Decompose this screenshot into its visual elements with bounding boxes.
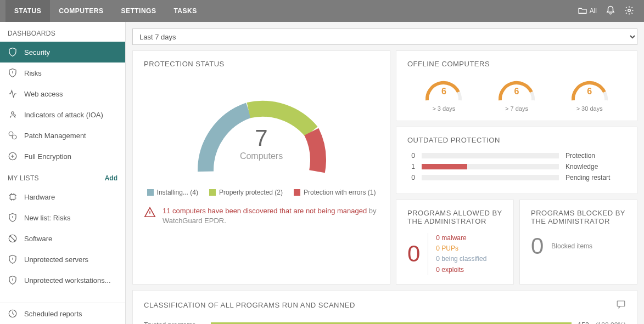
legend-errors[interactable]: Protection with errors (1) [294,189,376,196]
shield-alert-icon [8,254,18,264]
bar-knowledge[interactable]: 1Knowledge [407,163,626,170]
sidebar-item-label: Indicators of attack (IOA) [24,111,103,119]
chip-icon [8,192,18,202]
panel-title: PROGRAMS BLOCKED BY THE ADMINISTRATOR [531,209,626,225]
list-item-newlist-risks[interactable]: New list: Risks [0,207,125,228]
mylists-title: MY LISTS [8,174,39,182]
filter-all-button[interactable]: All [573,0,601,22]
svg-rect-6 [10,195,15,200]
gauge-label: > 3 days [422,105,466,112]
classification-panel: CLASSIFICATION OF ALL PROGRAMS RUN AND S… [132,290,637,324]
panel-title: OUTDATED PROTECTION [407,136,626,144]
programs-blocked-panel: PROGRAMS BLOCKED BY THE ADMINISTRATOR 0 … [519,200,637,285]
bell-icon [606,5,615,17]
sidebar-item-label: Security [24,48,50,56]
sidebar-item-label: Web access [24,90,63,98]
sidebar-item-patch[interactable]: Patch Management [0,125,125,146]
svg-point-2 [14,115,15,116]
sidebar-item-label: Scheduled reports [24,310,82,318]
mylists-header: MY LISTS Add [0,167,125,186]
svg-point-3 [9,132,13,136]
tab-computers[interactable]: COMPUTERS [50,0,112,22]
computers-label: Computers [144,151,379,161]
panel-title: PROGRAMS ALLOWED BY THE ADMINISTRATOR [407,209,502,225]
swatch-icon [147,189,154,196]
sidebar-item-security[interactable]: Security [0,42,125,62]
offline-gauge-3days[interactable]: 6 > 3 days [422,76,466,112]
list-item-software[interactable]: Software [0,228,125,249]
topbar: STATUS COMPUTERS SETTINGS TASKS All [0,0,644,22]
settings-button[interactable] [620,0,639,22]
all-label: All [590,7,597,15]
legend-installing[interactable]: Installing... (4) [147,189,198,196]
notifications-button[interactable] [601,0,620,22]
list-item-label: Unprotected servers [24,255,88,264]
allowed-breakdown: 0 malware 0 PUPs 0 being classified 0 ex… [428,233,486,275]
computers-count: 7 [144,125,379,151]
shield-icon [8,47,18,57]
bar-protection[interactable]: 0Protection [407,152,626,160]
offline-gauge-7days[interactable]: 6 > 7 days [495,76,539,112]
sidebar: DASHBOARDS Security Risks Web access Ind… [0,22,126,324]
warning-icon [144,206,156,220]
offline-gauge-30days[interactable]: 6 > 30 days [568,76,612,112]
main-content: Last 7 days PROTECTION STATUS 7 Computer… [126,22,644,324]
comment-button[interactable] [616,299,626,311]
unmanaged-alert[interactable]: 11 computers have been discovered that a… [144,206,379,226]
legend-protected[interactable]: Properly protected (2) [209,189,283,196]
clock-icon [8,309,18,319]
panel-title: CLASSIFICATION OF ALL PROGRAMS RUN AND S… [144,301,355,309]
bar-pending-restart[interactable]: 0Pending restart [407,174,626,181]
panel-title: OFFLINE COMPUTERS [407,60,626,68]
protection-status-panel: PROTECTION STATUS 7 Computers Installing… [132,50,390,285]
dashboards-header: DASHBOARDS [0,22,125,42]
shield-alert-icon [8,275,18,285]
svg-point-4 [12,135,16,139]
tab-tasks[interactable]: TASKS [165,0,205,22]
time-filter: Last 7 days [132,29,637,45]
tab-settings[interactable]: SETTINGS [112,0,165,22]
sidebar-item-label: Full Encryption [24,152,71,161]
tab-status[interactable]: STATUS [5,0,50,22]
sidebar-item-encryption[interactable]: Full Encryption [0,146,125,167]
svg-rect-9 [617,301,625,306]
panel-title: PROTECTION STATUS [144,60,379,68]
sidebar-item-label: Patch Management [24,132,86,140]
outdated-protection-panel: OUTDATED PROTECTION 0Protection 1Knowled… [396,127,637,194]
target-icon [8,110,18,120]
alert-text: 11 computers have been discovered that a… [163,206,379,226]
time-range-select[interactable]: Last 7 days [132,29,637,45]
patch-icon [8,130,18,140]
list-item-hardware[interactable]: Hardware [0,186,125,207]
swatch-icon [294,189,300,196]
list-item-unprotected-servers[interactable]: Unprotected servers [0,249,125,270]
list-item-label: Hardware [24,193,55,201]
programs-allowed-panel: PROGRAMS ALLOWED BY THE ADMINISTRATOR 0 … [396,200,514,285]
trusted-programs-row[interactable]: Trusted programs 152 (100.00%) [144,321,626,324]
sidebar-item-label: Risks [24,69,42,77]
sidebar-item-ioa[interactable]: Indicators of attack (IOA) [0,104,125,125]
block-icon [8,234,18,243]
allowed-count: 0 [407,241,420,267]
svg-point-0 [628,9,631,12]
gauge-label: > 30 days [568,105,612,112]
activity-icon [8,89,18,99]
encryption-icon [8,151,18,161]
blocked-count: 0 [531,233,544,259]
sidebar-item-web-access[interactable]: Web access [0,83,125,104]
legend: Installing... (4) Properly protected (2)… [144,189,379,196]
alert-icon [8,213,18,223]
folder-icon [578,5,587,17]
gauge-label: > 7 days [495,105,539,112]
blocked-label: Blocked items [551,242,592,250]
sidebar-item-scheduled-reports[interactable]: Scheduled reports [0,303,125,324]
gear-icon [624,5,634,17]
list-item-label: Software [24,235,52,243]
protection-gauge: 7 Computers [144,76,379,185]
svg-point-1 [12,112,14,115]
offline-computers-panel: OFFLINE COMPUTERS 6 > 3 days 6 > 7 days … [396,50,637,121]
list-item-unprotected-workstations[interactable]: Unprotected workstations... [0,270,125,291]
add-list-button[interactable]: Add [105,174,117,182]
sidebar-item-risks[interactable]: Risks [0,62,125,83]
alert-icon [8,68,18,78]
